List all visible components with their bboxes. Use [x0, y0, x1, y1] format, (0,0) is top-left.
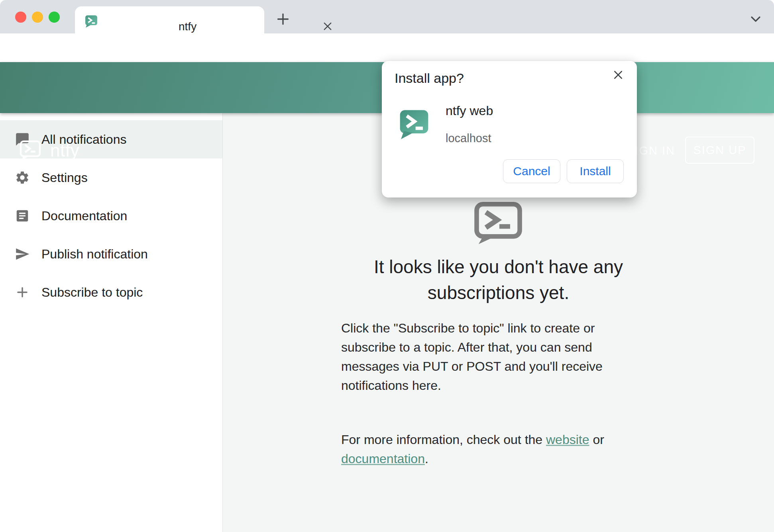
- article-icon: [14, 208, 30, 224]
- sidebar-item-label: Settings: [41, 170, 88, 185]
- empty-state-paragraph-1: Click the "Subscribe to topic" link to c…: [341, 319, 620, 395]
- paragraph2-prefix: For more information, check out the: [341, 432, 546, 447]
- sidebar-item-label: Documentation: [41, 209, 127, 223]
- dialog-close-icon[interactable]: [611, 68, 625, 82]
- ntfy-logo-icon: [19, 140, 41, 161]
- website-link[interactable]: website: [546, 432, 589, 447]
- empty-state-title: It looks like you don't have any subscri…: [223, 254, 774, 306]
- tab-close-icon[interactable]: [322, 20, 334, 32]
- paragraph2-suffix: .: [425, 452, 428, 466]
- sidebar-item-documentation[interactable]: Documentation: [0, 197, 222, 235]
- window-close-button[interactable]: [15, 12, 26, 23]
- send-icon: [14, 246, 30, 262]
- install-app-dialog: Install app? ntfy web localhost Cancel I…: [382, 61, 637, 198]
- tab-search-chevron-down-icon[interactable]: [748, 13, 763, 25]
- cancel-button[interactable]: Cancel: [503, 159, 560, 183]
- sidebar: All notifications Settings Documentation…: [0, 113, 222, 532]
- browser-tab[interactable]: ntfy: [75, 6, 264, 33]
- ntfy-app-icon: [399, 108, 430, 141]
- sidebar-item-label: Subscribe to topic: [41, 285, 143, 300]
- documentation-link[interactable]: documentation: [341, 452, 425, 466]
- window-minimize-button[interactable]: [32, 12, 43, 23]
- window-zoom-button[interactable]: [49, 12, 60, 23]
- install-dialog-origin: localhost: [446, 132, 491, 145]
- ntfy-empty-state-logo-icon: [473, 201, 523, 245]
- install-dialog-title: Install app?: [395, 70, 464, 86]
- plus-icon: [14, 284, 30, 300]
- empty-state-paragraph-2: For more information, check out the webs…: [341, 411, 620, 468]
- sign-up-button[interactable]: SIGN UP: [685, 137, 754, 164]
- brand-title: ntfy: [50, 141, 79, 160]
- gear-icon: [14, 170, 30, 186]
- sidebar-item-publish-notification[interactable]: Publish notification: [0, 235, 222, 273]
- browser-toolbar: localhost: [0, 33, 774, 62]
- tab-strip: ntfy: [0, 0, 774, 33]
- tab-favicon-ntfy-icon: [84, 15, 98, 28]
- browser-window: ntfy localhost: [0, 0, 774, 532]
- sidebar-item-subscribe-to-topic[interactable]: Subscribe to topic: [0, 273, 222, 311]
- install-dialog-app-name: ntfy web: [446, 104, 493, 118]
- sidebar-item-label: Publish notification: [41, 247, 148, 262]
- paragraph2-mid: or: [589, 432, 604, 447]
- sidebar-item-settings[interactable]: Settings: [0, 158, 222, 197]
- install-button[interactable]: Install: [567, 159, 624, 183]
- tab-title: ntfy: [179, 21, 196, 33]
- new-tab-button[interactable]: [274, 10, 292, 28]
